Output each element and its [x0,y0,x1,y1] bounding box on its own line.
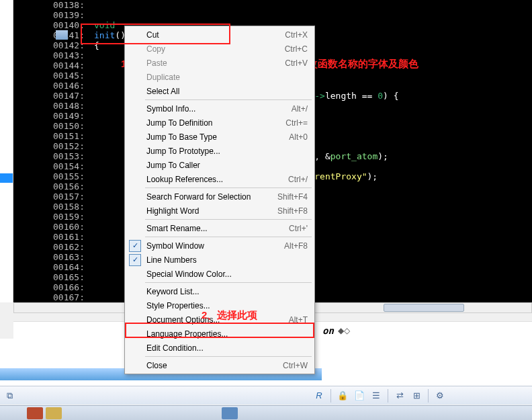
toolbar-refresh-button[interactable]: R [312,388,326,403]
toolbar-doc-button[interactable]: 📄 [352,388,367,403]
toolbar-list-button[interactable]: ☰ [369,388,384,403]
toolbar-separator [428,389,429,403]
menu-lookup-references[interactable]: Lookup References...Ctrl+/ [126,172,313,186]
menu-separator [145,356,312,357]
toolbar-window-button[interactable]: ⧉ [2,388,17,403]
menu-keyword-list[interactable]: Keyword List... [126,284,313,298]
menu-cut[interactable]: CutCtrl+X [126,28,313,42]
menu-separator [145,237,312,237]
left-margin [0,0,13,302]
toolbar-lock-button[interactable]: 🔒 [335,388,350,403]
menu-special-window-color[interactable]: Special Window Color... [126,267,313,281]
menu-language-properties[interactable]: Language Properties... [126,327,313,341]
current-function-label: on [322,325,334,336]
toolbar-separator [330,389,331,403]
menu-symbol-info[interactable]: Symbol Info...Alt+/ [126,101,313,116]
menu-line-numbers[interactable]: ✓Line Numbers [126,253,313,267]
menu-select-all[interactable]: Select All [126,84,313,98]
selection-highlight [56,30,68,40]
context-menu: CutCtrl+X CopyCtrl+C PasteCtrl+V Duplica… [124,26,315,374]
scrollbar-thumb[interactable] [384,304,464,312]
menu-separator [145,282,312,283]
check-icon: ✓ [129,254,141,266]
menu-separator [145,219,312,220]
toolbar-settings-button[interactable]: ⚙ [433,388,447,403]
menu-close[interactable]: CloseCtrl+W [126,358,313,372]
toolbar-separator [388,389,388,403]
menu-duplicate[interactable]: Duplicate [126,70,313,84]
menu-style-properties[interactable]: Style Properties... [126,298,313,312]
menu-search-forward[interactable]: Search Forward for SelectionShift+F4 [126,190,313,204]
bottom-toolbar: ⧉ R 🔒 📄 ☰ ⇄ ⊞ ⚙ [0,386,532,405]
menu-separator [145,99,312,100]
os-taskbar[interactable] [0,405,532,420]
menu-jump-base-type[interactable]: Jump To Base TypeAlt+0 [126,130,313,144]
toolbar-grid-button[interactable]: ⊞ [409,388,424,403]
bookmark-marker [0,173,13,183]
menu-edit-condition[interactable]: Edit Condition... [126,341,313,355]
menu-jump-definition[interactable]: Jump To DefinitionCtrl+= [126,116,313,130]
check-icon: ✓ [129,240,141,252]
menu-document-options[interactable]: Document Options...Alt+T [126,312,313,327]
menu-jump-caller[interactable]: Jump To Caller [126,158,313,172]
menu-separator [145,187,312,188]
menu-symbol-window[interactable]: ✓Symbol WindowAlt+F8 [126,239,313,253]
toolbar-link-button[interactable]: ⇄ [392,388,407,403]
menu-paste[interactable]: PasteCtrl+V [126,56,313,70]
menu-copy[interactable]: CopyCtrl+C [126,42,313,56]
line-number-gutter: 0013800139001400014100142001430014400145… [47,0,87,302]
menu-highlight-word[interactable]: Highlight WordShift+F8 [126,204,313,218]
menu-smart-rename[interactable]: Smart Rename...Ctrl+' [126,221,313,235]
menu-jump-prototype[interactable]: Jump To Prototype... [126,144,313,158]
function-nav-icon[interactable]: ◆◇ [338,326,350,335]
